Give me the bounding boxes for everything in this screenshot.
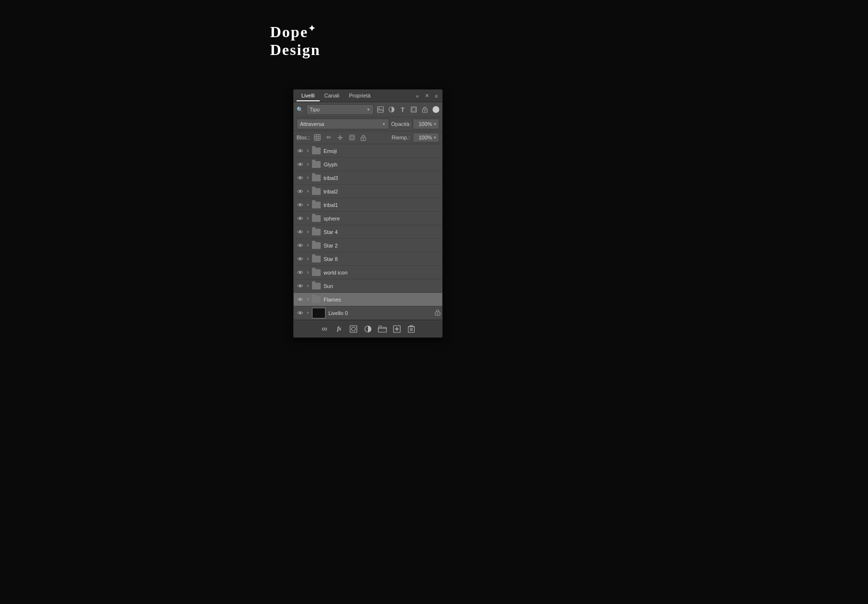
layer-expand-button[interactable] — [304, 310, 311, 316]
link-layers-button[interactable]: ∞ — [319, 324, 330, 334]
layer-visibility-toggle[interactable] — [296, 187, 304, 196]
layer-item[interactable]: Sun — [294, 279, 442, 293]
layer-expand-button[interactable] — [304, 229, 311, 235]
layer-name: Sun — [324, 283, 440, 289]
filter-text-button[interactable]: T — [398, 105, 407, 114]
svg-point-18 — [299, 177, 300, 178]
layer-folder-icon — [312, 161, 321, 168]
layer-item[interactable]: world icon — [294, 266, 442, 279]
layer-expand-button[interactable] — [304, 188, 311, 195]
layer-expand-button[interactable] — [304, 215, 311, 222]
layer-visibility-toggle[interactable] — [296, 160, 304, 169]
logo-line2: Design — [270, 41, 320, 59]
filter-image-button[interactable] — [376, 105, 385, 114]
filter-icons: T — [376, 105, 430, 114]
layer-visibility-toggle[interactable] — [296, 255, 304, 263]
layer-visibility-toggle[interactable] — [296, 309, 304, 317]
lock-all-button[interactable] — [359, 133, 368, 142]
blend-mode-select[interactable]: Attraversa ▼ — [297, 119, 389, 129]
opacity-input[interactable]: 100% ▼ — [413, 119, 439, 129]
layer-item[interactable]: tribal2 — [294, 185, 442, 198]
layer-visibility-toggle[interactable] — [296, 268, 304, 277]
lock-label: Bloc.: — [297, 135, 310, 140]
panel-footer: ∞ fx — [294, 320, 442, 337]
layer-expand-button[interactable] — [304, 175, 311, 181]
lock-position-button[interactable]: ✛ — [336, 133, 345, 142]
add-adjustment-button[interactable] — [363, 324, 373, 334]
add-mask-button[interactable] — [348, 324, 359, 334]
layer-expand-button[interactable] — [304, 202, 311, 208]
panel-menu-button[interactable]: ≡ — [434, 92, 439, 100]
layer-visibility-toggle[interactable] — [296, 228, 304, 236]
layer-expand-button[interactable] — [304, 283, 311, 289]
layer-name: Emoji — [324, 148, 440, 154]
fill-input[interactable]: 100% ▼ — [413, 133, 439, 142]
layer-visibility-toggle[interactable] — [296, 214, 304, 223]
svg-point-16 — [299, 150, 300, 151]
layer-visibility-toggle[interactable] — [296, 282, 304, 290]
layer-expand-button[interactable] — [304, 256, 311, 262]
filter-lock-button[interactable] — [420, 105, 430, 114]
layer-visibility-toggle[interactable] — [296, 147, 304, 155]
layer-item[interactable]: Flames — [294, 293, 442, 306]
svg-rect-35 — [379, 326, 382, 327]
fill-value: 100% — [415, 135, 432, 140]
svg-rect-7 — [314, 135, 320, 140]
layer-item[interactable]: Star 8 — [294, 252, 442, 266]
new-group-button[interactable] — [377, 324, 388, 334]
layer-expand-button[interactable] — [304, 161, 311, 168]
layer-name: world icon — [324, 270, 440, 275]
layer-item[interactable]: tribal1 — [294, 198, 442, 212]
layer-name: Star 8 — [324, 256, 440, 262]
svg-point-20 — [299, 204, 300, 206]
layer-folder-icon — [312, 148, 321, 154]
layer-item[interactable]: Glyph — [294, 158, 442, 171]
panel-close-button[interactable]: ✕ — [423, 92, 431, 100]
tab-proprieta[interactable]: Proprietà — [344, 91, 376, 101]
layer-folder-icon — [312, 242, 321, 249]
layer-folder-icon — [312, 215, 321, 222]
layer-expand-button[interactable] — [304, 296, 311, 303]
layer-expand-button[interactable] — [304, 148, 311, 154]
layer-item[interactable]: Star 4 — [294, 225, 442, 239]
opacity-value: 100% — [415, 121, 432, 127]
layer-visibility-toggle[interactable] — [296, 295, 304, 304]
svg-point-27 — [299, 299, 300, 300]
search-icon: 🔍 — [297, 107, 303, 113]
layer-name: Glyph — [324, 162, 440, 167]
layer-item[interactable]: tribal3 — [294, 171, 442, 185]
layer-item[interactable]: Livello 0 — [294, 306, 442, 320]
filter-shape-button[interactable] — [409, 105, 419, 114]
lock-image-button[interactable]: ✏ — [325, 133, 333, 142]
layer-folder-icon — [312, 283, 321, 289]
filter-active-indicator — [433, 106, 439, 113]
layer-item[interactable]: Star 2 — [294, 239, 442, 252]
layer-lock-icon — [435, 309, 440, 316]
layer-name: Star 2 — [324, 243, 440, 248]
panel-controls: « ✕ ≡ — [414, 92, 439, 100]
layer-folder-icon — [312, 188, 321, 195]
layer-expand-button[interactable] — [304, 242, 311, 249]
delete-layer-button[interactable] — [406, 324, 417, 334]
lock-artboard-button[interactable] — [348, 133, 356, 142]
layer-item[interactable]: Emoji — [294, 144, 442, 158]
svg-point-15 — [363, 138, 364, 139]
layer-expand-button[interactable] — [304, 269, 311, 276]
svg-rect-12 — [350, 135, 354, 140]
filter-type-select[interactable]: Tipo ▼ — [306, 104, 374, 115]
svg-rect-41 — [410, 325, 413, 327]
tab-livelli[interactable]: Livelli — [297, 91, 320, 101]
lock-pixels-button[interactable] — [313, 133, 322, 142]
new-layer-button[interactable] — [392, 324, 402, 334]
blend-opacity-row: Attraversa ▼ Opacità: 100% ▼ — [294, 117, 442, 131]
layer-name: Livello 0 — [328, 310, 433, 316]
layer-visibility-toggle[interactable] — [296, 201, 304, 209]
layer-effects-button[interactable]: fx — [334, 324, 344, 334]
panel-collapse-button[interactable]: « — [414, 92, 420, 100]
layer-visibility-toggle[interactable] — [296, 241, 304, 250]
layer-visibility-toggle[interactable] — [296, 174, 304, 182]
tab-canali[interactable]: Canali — [320, 91, 344, 101]
layer-item[interactable]: sphere — [294, 212, 442, 225]
filter-adjustment-button[interactable] — [387, 105, 396, 114]
opacity-label: Opacità: — [391, 121, 411, 127]
